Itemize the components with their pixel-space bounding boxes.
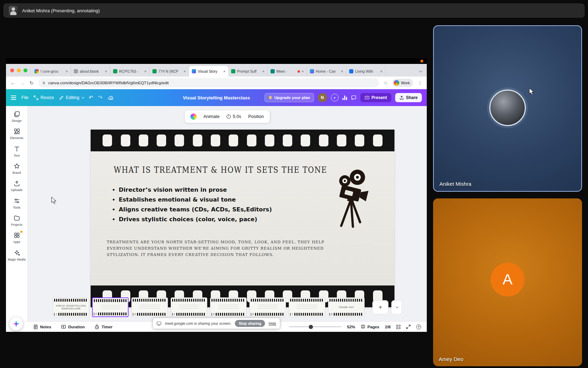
slide-page[interactable]: WHAT IS TREATMENT & HOW IT SETS THE TONE… — [91, 130, 394, 307]
duration-button[interactable]: Duration — [61, 324, 85, 329]
fullscreen-icon[interactable] — [406, 324, 411, 329]
notes-button[interactable]: Notes — [33, 324, 51, 329]
redo-icon[interactable]: ↷ — [98, 94, 103, 101]
editing-mode-dropdown[interactable]: Editing — [59, 95, 83, 100]
browser-tab[interactable]: ! core-grou × — [32, 66, 71, 77]
sidebar-item-text[interactable]: Text — [7, 143, 27, 159]
zoom-slider[interactable] — [289, 326, 341, 327]
slide-thumbnail[interactable]: 3 — [131, 297, 168, 317]
file-menu[interactable]: File — [21, 95, 28, 100]
slide-thumbnail[interactable]: 5 — [210, 297, 247, 317]
participant-tile-aniket[interactable]: Aniket Mishra — [433, 25, 582, 192]
slide-title[interactable]: WHAT IS TREATMENT & HOW IT SETS THE TONE — [114, 165, 292, 175]
slide-bullets[interactable]: Director’s vision written in proseEstabl… — [119, 186, 272, 226]
help-icon[interactable]: ? — [416, 324, 421, 329]
close-window-icon[interactable] — [10, 68, 14, 72]
slide-thumbnail[interactable]: 2 — [92, 297, 129, 317]
film-strip-top — [91, 130, 394, 151]
tools-icon — [13, 197, 20, 204]
browser-tab[interactable]: 774 N (NCP × — [150, 66, 189, 77]
tab-close-icon[interactable]: × — [262, 70, 264, 73]
hamburger-menu-icon[interactable] — [11, 96, 16, 100]
site-settings-icon[interactable]: ⇅ — [43, 81, 45, 85]
browser-menu-icon[interactable]: ⋮ — [418, 80, 422, 86]
tab-close-icon[interactable]: × — [380, 70, 383, 73]
sidebar-item-brand[interactable]: Brand — [7, 160, 27, 177]
browser-tab[interactable]: RCPI1763 - × — [110, 66, 150, 77]
thumb-page-number: 8 — [330, 313, 333, 316]
slide-note[interactable]: TREATMENTS ARE YOUR NORTH STAR-SETTING M… — [107, 239, 349, 258]
pages-button[interactable]: Pages — [361, 324, 379, 329]
slide-thumbnail[interactable]: 4 — [171, 297, 207, 317]
slide-thumbnail[interactable]: THANK YOU 8 — [328, 297, 365, 317]
browser-tab[interactable]: Prompt Suff × — [228, 66, 268, 77]
thumb-film-strip — [133, 313, 166, 316]
back-icon[interactable]: ← — [11, 80, 15, 85]
hide-link[interactable]: Hide — [269, 321, 276, 326]
canva-assistant-button[interactable] — [9, 317, 23, 330]
thumb-film-strip — [329, 313, 363, 316]
refresh-icon[interactable]: ↻ — [30, 80, 34, 85]
forward-icon[interactable]: → — [20, 80, 25, 85]
account-avatar[interactable]: N — [318, 93, 327, 102]
stop-sharing-button[interactable]: Stop sharing — [235, 320, 265, 327]
undo-icon[interactable]: ↶ — [89, 94, 93, 101]
design-icon — [13, 111, 20, 118]
zoom-slider-thumb[interactable] — [309, 325, 313, 329]
browser-tab[interactable]: about:blank × — [71, 66, 110, 77]
grid-view-icon[interactable] — [396, 325, 400, 329]
design-canvas[interactable]: Animate 5.0s Position WHAT IS TREATMENT … — [28, 106, 427, 332]
movie-camera-illustration[interactable] — [328, 168, 373, 229]
share-button[interactable]: Share — [395, 93, 422, 102]
sidebar-item-magic-media[interactable]: Magic Media — [7, 247, 27, 263]
add-member-button[interactable]: + — [331, 94, 339, 101]
browser-tab[interactable]: Meet - × — [268, 66, 307, 77]
screen-share-icon — [157, 321, 162, 326]
slide-thumbnail[interactable]: VISUAL STORYTELLING MASTERCLASS 1 — [53, 297, 89, 317]
sidebar-item-design[interactable]: Design — [7, 108, 27, 125]
tab-close-icon[interactable]: × — [105, 70, 107, 73]
minimize-window-icon[interactable] — [17, 68, 21, 72]
tab-close-icon[interactable]: × — [302, 70, 304, 73]
comments-icon[interactable] — [351, 95, 357, 100]
profile-chip[interactable]: Work — [392, 79, 413, 87]
tab-close-icon[interactable]: × — [184, 70, 186, 73]
collapse-thumbnails-chevron[interactable] — [391, 300, 402, 314]
pages-icon — [361, 324, 365, 329]
insights-icon[interactable] — [342, 95, 347, 100]
design-title[interactable]: Visual Storytelling Masterclass — [183, 95, 250, 100]
duration-button[interactable]: 5.0s — [223, 112, 244, 121]
crown-icon: ♛ — [268, 95, 272, 100]
add-page-button[interactable]: + — [372, 300, 388, 314]
tab-close-icon[interactable]: × — [223, 70, 226, 73]
tab-close-icon[interactable]: × — [66, 70, 68, 73]
animate-button[interactable]: Animate — [200, 112, 223, 121]
browser-tab[interactable]: Living With × — [346, 66, 386, 77]
tab-close-icon[interactable]: × — [144, 70, 146, 73]
bookmark-star-icon[interactable]: ☆ — [384, 80, 388, 86]
share-message: meet.google.com is sharing your screen. — [165, 321, 231, 326]
browser-tab[interactable]: Visual Story × — [189, 66, 228, 77]
browser-tab[interactable]: Home - Can × — [307, 66, 346, 77]
present-button[interactable]: Present — [360, 93, 391, 102]
upgrade-plan-button[interactable]: ♛ Upgrade your plan — [264, 93, 314, 102]
sidebar-item-apps[interactable]: Apps — [7, 229, 27, 246]
sidebar-item-projects[interactable]: Projects — [7, 212, 27, 229]
position-button[interactable]: Position — [245, 112, 267, 121]
thumb-film-strip — [54, 313, 88, 316]
url-omnibox[interactable]: ⇅ canva.com/design/DAGrcOE008I/iRYWRdbfV… — [38, 78, 379, 87]
sidebar-item-tools[interactable]: Tools — [7, 195, 27, 211]
zoom-level: 52% — [347, 325, 355, 329]
timer-button[interactable]: Timer — [94, 324, 112, 329]
window-controls[interactable] — [6, 68, 32, 72]
tab-close-icon[interactable]: × — [341, 70, 343, 73]
resize-button[interactable]: Resize — [34, 95, 54, 100]
document-colors-icon[interactable] — [190, 113, 197, 120]
maximize-window-icon[interactable] — [24, 68, 27, 72]
participant-tile-amey[interactable]: A Amey Deo — [433, 198, 582, 366]
sidebar-item-uploads[interactable]: Uploads — [7, 177, 27, 194]
sidebar-item-elements[interactable]: Elements — [7, 125, 27, 142]
tab-search-chevron-icon[interactable] — [416, 66, 425, 77]
slide-thumbnail[interactable]: 6 — [249, 297, 286, 317]
slide-thumbnail[interactable]: 7 — [289, 297, 325, 317]
